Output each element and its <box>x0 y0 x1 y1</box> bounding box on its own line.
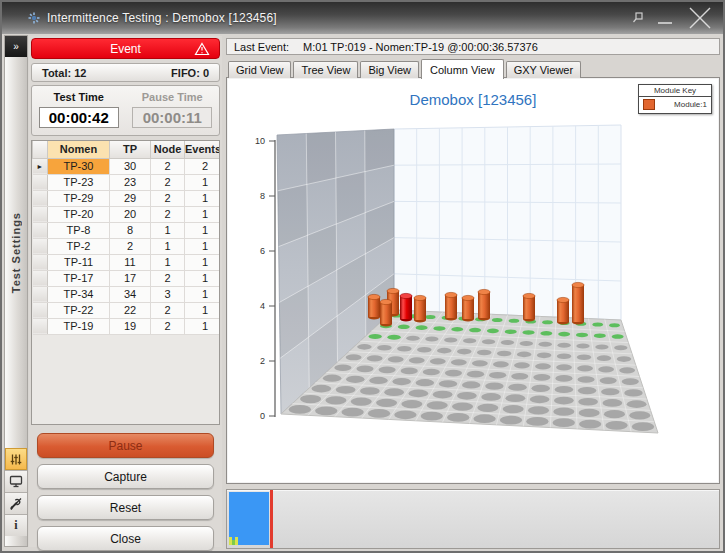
cell-tp[interactable]: 29 <box>110 190 151 206</box>
column-header-tp[interactable]: TP <box>110 141 151 158</box>
tools-icon[interactable] <box>5 492 27 514</box>
row-selector[interactable] <box>33 190 48 206</box>
cell-tp[interactable]: 34 <box>110 286 151 302</box>
cell-nomen[interactable]: TP-30 <box>48 158 110 174</box>
table-row[interactable]: TP-202021 <box>33 206 221 222</box>
capture-button[interactable]: Capture <box>37 464 214 489</box>
cell-tp[interactable]: 17 <box>110 270 151 286</box>
tab-tree-view[interactable]: Tree View <box>293 61 358 78</box>
cell-tp[interactable]: 23 <box>110 174 151 190</box>
cell-tp[interactable]: 30 <box>110 158 151 174</box>
close-test-button[interactable]: Close <box>37 526 214 551</box>
tab-grid-view[interactable]: Grid View <box>228 61 291 78</box>
cell-node[interactable]: 2 <box>151 206 185 222</box>
legend-entry-label: Module:1 <box>674 100 707 109</box>
cell-events[interactable]: 1 <box>185 206 221 222</box>
cell-events[interactable]: 1 <box>185 254 221 270</box>
tab-big-view[interactable]: Big View <box>360 61 419 78</box>
totals-bar: Total: 12 FIFO: 0 <box>31 63 220 82</box>
cell-nomen[interactable]: TP-22 <box>48 302 110 318</box>
cell-events[interactable]: 1 <box>185 190 221 206</box>
cell-events[interactable]: 1 <box>185 222 221 238</box>
table-row[interactable]: ►TP-303022 <box>33 158 221 174</box>
cell-nomen[interactable]: TP-2 <box>48 238 110 254</box>
cell-tp[interactable]: 22 <box>110 302 151 318</box>
svg-text:10: 10 <box>255 136 265 146</box>
column-header-events[interactable]: Events▾ <box>185 141 221 158</box>
row-selector[interactable] <box>33 254 48 270</box>
row-selector[interactable] <box>33 286 48 302</box>
column-header-node[interactable]: Node <box>151 141 185 158</box>
app-window: Intermittence Testing : Demobox [123456]… <box>0 0 725 553</box>
cell-nomen[interactable]: TP-34 <box>48 286 110 302</box>
cell-events[interactable]: 1 <box>185 286 221 302</box>
tab-gxy-viewer[interactable]: GXY Viewer <box>506 61 582 78</box>
cell-node[interactable]: 2 <box>151 174 185 190</box>
reset-button[interactable]: Reset <box>37 495 214 520</box>
cell-events[interactable]: 1 <box>185 302 221 318</box>
test-time-value: 00:00:42 <box>39 107 119 128</box>
minimize-button[interactable] <box>657 11 673 25</box>
rail-label: Test Settings <box>10 212 22 293</box>
cell-tp[interactable]: 19 <box>110 318 151 334</box>
cell-node[interactable]: 2 <box>151 302 185 318</box>
cell-node[interactable]: 1 <box>151 254 185 270</box>
table-row[interactable]: TP-171721 <box>33 270 221 286</box>
table-row[interactable]: TP-343431 <box>33 286 221 302</box>
row-selector[interactable] <box>33 206 48 222</box>
rail-collapse-button[interactable]: » <box>5 36 27 57</box>
cell-node[interactable]: 2 <box>151 318 185 334</box>
pause-button[interactable]: Pause <box>37 433 214 458</box>
cell-nomen[interactable]: TP-20 <box>48 206 110 222</box>
cell-node[interactable]: 1 <box>151 238 185 254</box>
cell-tp[interactable]: 8 <box>110 222 151 238</box>
cell-events[interactable]: 1 <box>185 174 221 190</box>
cell-tp[interactable]: 20 <box>110 206 151 222</box>
row-selector[interactable] <box>33 318 48 334</box>
event-button[interactable]: Event <box>31 38 220 59</box>
timeline-scrubber[interactable] <box>226 489 720 549</box>
table-row[interactable]: TP-292921 <box>33 190 221 206</box>
cell-tp[interactable]: 2 <box>110 238 151 254</box>
cell-node[interactable]: 3 <box>151 286 185 302</box>
row-selector[interactable] <box>33 174 48 190</box>
last-event-value: M:01 TP:019 - Nomen:TP-19 @:00:00:36.573… <box>303 41 538 53</box>
cell-events[interactable]: 2 <box>185 158 221 174</box>
row-selector[interactable] <box>33 302 48 318</box>
table-row[interactable]: TP-111111 <box>33 254 221 270</box>
cell-node[interactable]: 2 <box>151 270 185 286</box>
cell-events[interactable]: 1 <box>185 238 221 254</box>
timeline-cursor[interactable] <box>270 490 273 548</box>
sliders-icon[interactable] <box>5 448 27 470</box>
cell-node[interactable]: 2 <box>151 190 185 206</box>
table-row[interactable]: TP-191921 <box>33 318 221 334</box>
cell-nomen[interactable]: TP-11 <box>48 254 110 270</box>
table-row[interactable]: TP-2211 <box>33 238 221 254</box>
row-selector[interactable]: ► <box>33 158 48 174</box>
events-grid: NomenTPNodeEvents▾►TP-303022TP-232321TP-… <box>31 140 220 425</box>
cell-nomen[interactable]: TP-23 <box>48 174 110 190</box>
pin-icon[interactable] <box>633 12 643 24</box>
close-button[interactable] <box>687 6 713 30</box>
row-selector[interactable] <box>33 238 48 254</box>
monitor-icon[interactable] <box>5 470 27 492</box>
cell-nomen[interactable]: TP-19 <box>48 318 110 334</box>
cell-node[interactable]: 1 <box>151 222 185 238</box>
cell-nomen[interactable]: TP-8 <box>48 222 110 238</box>
cell-events[interactable]: 1 <box>185 270 221 286</box>
row-selector[interactable] <box>33 222 48 238</box>
cell-events[interactable]: 1 <box>185 318 221 334</box>
column-chart-3d: 0246810 <box>227 78 718 483</box>
cell-node[interactable]: 2 <box>151 158 185 174</box>
tab-column-view[interactable]: Column View <box>421 59 504 79</box>
table-row[interactable]: TP-232321 <box>33 174 221 190</box>
test-settings-panel: Event Total: 12 FIFO: 0 Test Time 00:00:… <box>29 36 222 547</box>
cell-nomen[interactable]: TP-17 <box>48 270 110 286</box>
cell-tp[interactable]: 11 <box>110 254 151 270</box>
cell-nomen[interactable]: TP-29 <box>48 190 110 206</box>
column-header-nomen[interactable]: Nomen <box>48 141 110 158</box>
table-row[interactable]: TP-8811 <box>33 222 221 238</box>
row-selector[interactable] <box>33 270 48 286</box>
info-icon[interactable]: i <box>5 514 27 536</box>
table-row[interactable]: TP-222221 <box>33 302 221 318</box>
